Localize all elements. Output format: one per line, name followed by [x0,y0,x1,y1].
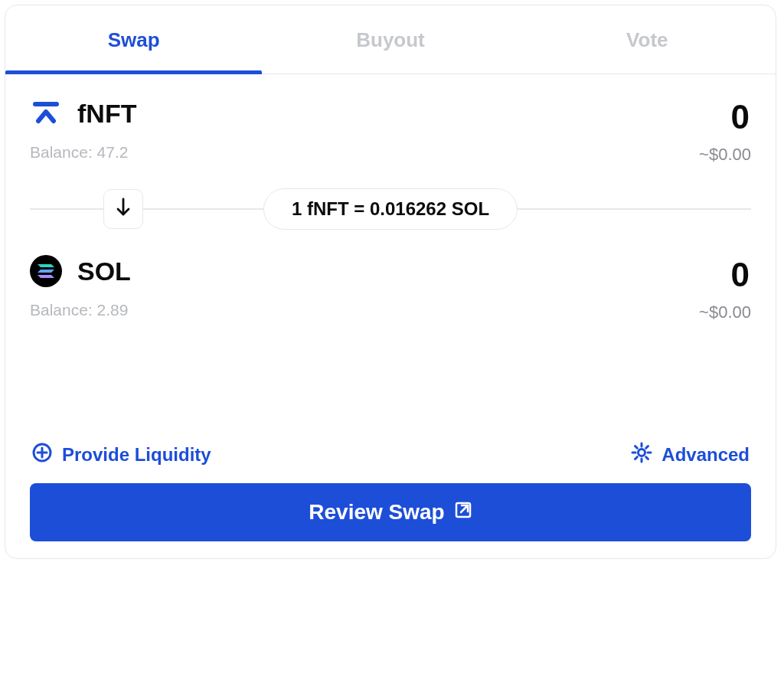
open-external-icon [454,500,472,525]
to-balance: Balance: 2.89 [30,301,131,319]
advanced-link[interactable]: Advanced [631,442,750,468]
swap-divider: 1 fNFT = 0.016262 SOL [30,189,751,229]
plus-circle-icon [31,442,53,468]
review-swap-button[interactable]: Review Swap [30,483,751,541]
fnft-token-icon [30,97,62,129]
svg-line-17 [635,457,638,459]
from-usd-value: ~$0.00 [699,145,751,165]
card-body: fNFT Balance: 47.2 ~$0.00 1 fNFT = 0.016… [5,74,776,558]
exchange-rate[interactable]: 1 fNFT = 0.016262 SOL [263,188,518,230]
from-amount-input[interactable] [552,97,751,137]
svg-point-9 [639,449,645,456]
tab-swap[interactable]: Swap [5,5,262,74]
provide-liquidity-label: Provide Liquidity [62,444,211,466]
svg-line-16 [646,446,648,449]
to-token-row: SOL Balance: 2.89 ~$0.00 [30,255,751,322]
swap-card: Swap Buyout Vote fNFT Balance: 47.2 [5,5,776,559]
arrow-down-icon [115,198,132,221]
from-balance: Balance: 47.2 [30,143,136,162]
svg-line-14 [635,446,638,449]
to-token-name[interactable]: SOL [77,257,131,286]
to-usd-value: ~$0.00 [699,302,751,322]
tab-bar: Swap Buyout Vote [5,5,776,74]
review-swap-label: Review Swap [309,500,444,525]
footer-links: Provide Liquidity [30,437,751,483]
tab-buyout[interactable]: Buyout [262,5,518,74]
swap-direction-button[interactable] [103,189,143,229]
provide-liquidity-link[interactable]: Provide Liquidity [31,442,211,468]
tab-vote[interactable]: Vote [519,5,776,74]
advanced-label: Advanced [662,444,750,466]
from-token-row: fNFT Balance: 47.2 ~$0.00 [30,97,751,165]
from-token-name[interactable]: fNFT [77,99,136,129]
sol-token-icon [30,255,62,287]
to-amount-input[interactable] [552,255,751,295]
spacer [30,322,751,437]
svg-line-15 [646,457,648,459]
svg-line-19 [461,505,468,512]
gear-icon [631,442,652,468]
